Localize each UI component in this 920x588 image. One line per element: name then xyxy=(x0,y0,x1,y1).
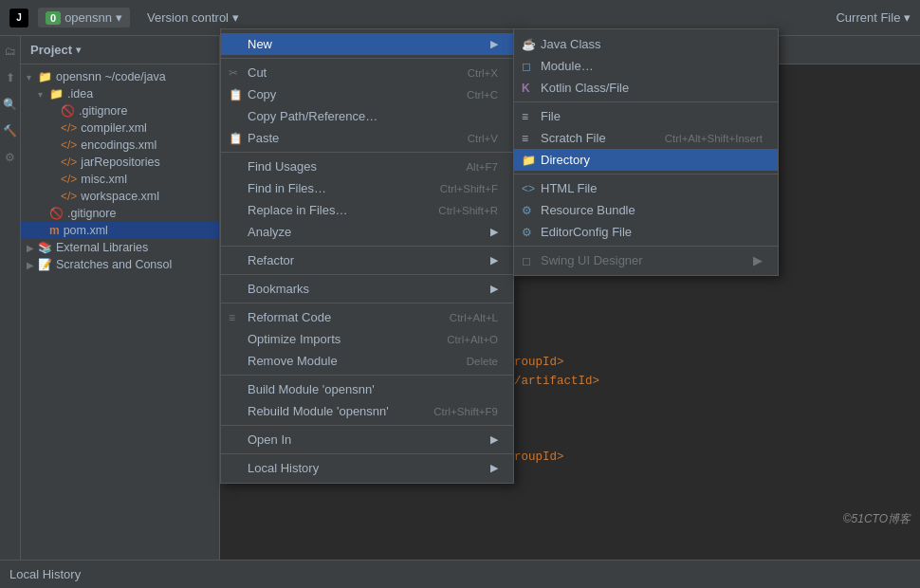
menu-item-refactor[interactable]: Refactor ▶ xyxy=(221,249,513,271)
menu-item-replace-files[interactable]: Replace in Files… Ctrl+Shift+R xyxy=(221,199,513,221)
submenu-item-kotlin[interactable]: K Kotlin Class/File xyxy=(514,77,778,99)
refactor-arrow: ▶ xyxy=(490,254,498,266)
remove-shortcut: Delete xyxy=(448,356,498,367)
submenu-label-kotlin: Kotlin Class/File xyxy=(541,81,629,95)
menu-label-cut: Cut xyxy=(248,65,267,80)
submenu-separator-2 xyxy=(514,174,778,175)
replace-shortcut: Ctrl+Shift+R xyxy=(419,205,498,216)
find-files-shortcut: Ctrl+Shift+F xyxy=(421,183,498,194)
swing-arrow: ▶ xyxy=(753,253,763,267)
menu-item-cut[interactable]: ✂ Cut Ctrl+X xyxy=(221,62,513,83)
menu-label-remove-module: Remove Module xyxy=(248,354,338,368)
menu-label-rebuild: Rebuild Module 'opensnn' xyxy=(248,404,389,418)
submenu-item-editorconfig[interactable]: ⚙ EditorConfig File xyxy=(514,221,778,243)
scratch-shortcut: Ctrl+Alt+Shift+Insert xyxy=(665,133,763,144)
scratch-icon: ≡ xyxy=(522,132,528,145)
context-menu-overlay: New ▶ ✂ Cut Ctrl+X 📋 Copy Ctrl+C Copy Pa… xyxy=(0,0,920,588)
menu-item-find-files[interactable]: Find in Files… Ctrl+Shift+F xyxy=(221,177,513,199)
menu-label-find-usages: Find Usages xyxy=(248,159,317,174)
menu-separator-8 xyxy=(221,453,513,454)
submenu-item-html[interactable]: <> HTML File xyxy=(514,177,778,199)
reformat-shortcut: Ctrl+Alt+L xyxy=(431,312,498,323)
menu-item-find-usages[interactable]: Find Usages Alt+F7 xyxy=(221,156,513,177)
menu-label-build: Build Module 'opensnn' xyxy=(248,382,375,396)
menu-separator-3 xyxy=(221,246,513,247)
menu-label-reformat: Reformat Code xyxy=(248,310,331,324)
optimize-shortcut: Ctrl+Alt+O xyxy=(428,334,498,345)
submenu-item-java-class[interactable]: ☕ Java Class xyxy=(514,33,778,55)
submenu-item-module[interactable]: ◻ Module… xyxy=(514,55,778,77)
submenu-label-resource-bundle: Resource Bundle xyxy=(541,203,635,217)
menu-item-build-module[interactable]: Build Module 'opensnn' xyxy=(221,378,513,400)
submenu-label-swing: Swing UI Designer xyxy=(541,253,643,267)
menu-item-copy[interactable]: 📋 Copy Ctrl+C xyxy=(221,83,513,105)
submenu-label-scratch: Scratch File xyxy=(541,131,606,145)
submenu-label-file: File xyxy=(541,109,561,123)
submenu-separator-3 xyxy=(514,246,778,247)
submenu-separator-1 xyxy=(514,101,778,102)
menu-label-bookmarks: Bookmarks xyxy=(248,282,309,296)
reformat-icon: ≡ xyxy=(229,311,235,324)
menu-label-replace-files: Replace in Files… xyxy=(248,203,348,217)
bookmarks-arrow: ▶ xyxy=(490,283,498,295)
menu-label-copy-path: Copy Path/Reference… xyxy=(248,109,377,123)
local-history-arrow: ▶ xyxy=(490,462,498,474)
menu-separator-1 xyxy=(221,58,513,59)
menu-item-copy-path[interactable]: Copy Path/Reference… xyxy=(221,105,513,127)
menu-item-new[interactable]: New ▶ xyxy=(221,33,513,55)
menu-item-paste[interactable]: 📋 Paste Ctrl+V xyxy=(221,127,513,149)
submenu-arrow: ▶ xyxy=(490,38,498,50)
rebuild-shortcut: Ctrl+Shift+F9 xyxy=(414,406,498,417)
menu-label-refactor: Refactor xyxy=(248,253,294,267)
menu-item-bookmarks[interactable]: Bookmarks ▶ xyxy=(221,278,513,300)
submenu-label-directory: Directory xyxy=(541,153,590,167)
submenu-item-swing[interactable]: ◻ Swing UI Designer ▶ xyxy=(514,249,778,271)
submenu-item-file[interactable]: ≡ File xyxy=(514,105,778,127)
paste-icon: 📋 xyxy=(229,132,243,145)
open-in-arrow: ▶ xyxy=(490,433,498,446)
resource-bundle-icon: ⚙ xyxy=(522,204,532,217)
menu-separator-4 xyxy=(221,274,513,275)
menu-label-paste: Paste xyxy=(248,131,279,145)
menu-label-find-files: Find in Files… xyxy=(248,181,326,195)
menu-item-reformat[interactable]: ≡ Reformat Code Ctrl+Alt+L xyxy=(221,306,513,328)
cut-shortcut: Ctrl+X xyxy=(449,67,498,79)
kotlin-icon: K xyxy=(522,82,530,95)
submenu-item-scratch[interactable]: ≡ Scratch File Ctrl+Alt+Shift+Insert xyxy=(514,127,778,149)
context-menu-right: ☕ Java Class ◻ Module… K Kotlin Class/Fi… xyxy=(513,28,779,276)
paste-shortcut: Ctrl+V xyxy=(449,133,498,144)
menu-separator-5 xyxy=(221,303,513,303)
menu-item-optimize[interactable]: Optimize Imports Ctrl+Alt+O xyxy=(221,328,513,350)
find-usages-shortcut: Alt+F7 xyxy=(447,161,498,173)
submenu-label-editorconfig: EditorConfig File xyxy=(541,225,632,239)
menu-label-open-in: Open In xyxy=(248,432,291,447)
java-class-icon: ☕ xyxy=(522,38,536,51)
menu-label-analyze: Analyze xyxy=(248,225,291,239)
menu-separator-2 xyxy=(221,152,513,153)
submenu-item-directory[interactable]: 📁 Directory xyxy=(514,149,778,171)
menu-label-copy: Copy xyxy=(248,87,276,101)
menu-item-rebuild-module[interactable]: Rebuild Module 'opensnn' Ctrl+Shift+F9 xyxy=(221,400,513,422)
copy-shortcut: Ctrl+C xyxy=(448,89,498,101)
file-icon: ≡ xyxy=(522,110,528,123)
submenu-label-java-class: Java Class xyxy=(541,37,601,51)
menu-label-optimize: Optimize Imports xyxy=(248,332,340,346)
menu-label-local-history: Local History xyxy=(248,461,319,475)
editorconfig-icon: ⚙ xyxy=(522,226,532,239)
module-icon: ◻ xyxy=(522,60,531,73)
context-menu-left: New ▶ ✂ Cut Ctrl+X 📋 Copy Ctrl+C Copy Pa… xyxy=(220,28,514,484)
analyze-arrow: ▶ xyxy=(490,226,498,238)
submenu-label-html: HTML File xyxy=(541,181,597,195)
swing-icon: ◻ xyxy=(522,254,531,267)
menu-item-analyze[interactable]: Analyze ▶ xyxy=(221,221,513,243)
menu-separator-6 xyxy=(221,375,513,376)
menu-item-remove-module[interactable]: Remove Module Delete xyxy=(221,350,513,372)
menu-separator-7 xyxy=(221,425,513,426)
menu-label-new: New xyxy=(248,37,272,51)
menu-item-open-in[interactable]: Open In ▶ xyxy=(221,429,513,450)
submenu-item-resource-bundle[interactable]: ⚙ Resource Bundle xyxy=(514,199,778,221)
menu-item-local-history[interactable]: Local History ▶ xyxy=(221,457,513,479)
directory-icon: 📁 xyxy=(522,154,536,167)
html-icon: <> xyxy=(522,182,535,195)
copy-icon: 📋 xyxy=(229,88,243,101)
